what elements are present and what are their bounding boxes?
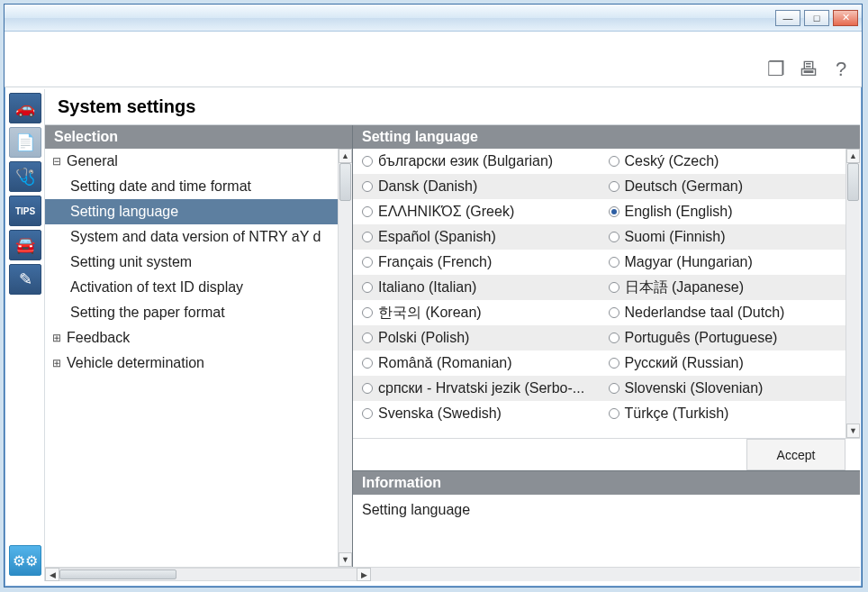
diag-icon[interactable]: 🩺 (9, 161, 41, 192)
language-scrollbar[interactable]: ▲ ▼ (845, 149, 860, 438)
scroll-thumb[interactable] (847, 163, 859, 201)
help-icon[interactable]: ? (831, 58, 851, 81)
tree-group[interactable]: ⊟General (45, 149, 338, 174)
language-option[interactable]: српски - Hrvatski jezik (Serbo-... (353, 376, 600, 401)
scroll-down-icon[interactable]: ▼ (339, 552, 352, 567)
language-row: Español (Spanish)Suomi (Finnish) (353, 224, 845, 250)
language-label: Deutsch (German) (625, 178, 744, 195)
settings-gear-button[interactable]: ⚙⚙ (9, 545, 41, 576)
scroll-thumb[interactable] (339, 163, 351, 201)
tree-item[interactable]: Setting date and time format (45, 174, 338, 199)
language-option[interactable]: Polski (Polish) (353, 325, 600, 351)
horizontal-scrollbar[interactable]: ◀ ▶ (45, 567, 860, 581)
radio-icon[interactable] (609, 307, 619, 318)
tree-item[interactable]: Setting the paper format (45, 300, 338, 325)
scroll-right-icon[interactable]: ▶ (357, 568, 371, 581)
window-maximize-button[interactable]: □ (804, 10, 829, 26)
radio-icon[interactable] (362, 408, 373, 419)
expand-icon[interactable]: ⊞ (50, 332, 63, 344)
scroll-down-icon[interactable]: ▼ (846, 424, 860, 438)
tree-group[interactable]: ⊞Vehicle determination (45, 351, 338, 376)
tree-group[interactable]: ⊞Feedback (45, 325, 338, 351)
scroll-up-icon[interactable]: ▲ (339, 149, 352, 163)
information-body: Setting language (353, 495, 860, 567)
radio-icon[interactable] (362, 332, 373, 343)
vehicle2-icon[interactable]: 🚘 (9, 230, 41, 260)
language-option[interactable]: Nederlandse taal (Dutch) (600, 300, 846, 325)
language-label: Ceský (Czech) (625, 153, 719, 169)
document-icon[interactable]: 📄 (9, 127, 41, 158)
print-icon[interactable]: 🖶 (799, 58, 818, 81)
language-option[interactable]: Slovenski (Slovenian) (600, 376, 846, 401)
language-option[interactable]: Magyar (Hungarian) (600, 250, 846, 275)
language-option[interactable]: Deutsch (German) (600, 174, 846, 199)
accept-button[interactable]: Accept (746, 439, 845, 470)
radio-icon[interactable] (609, 156, 619, 167)
language-option[interactable]: Italiano (Italian) (353, 275, 600, 300)
radio-icon[interactable] (609, 282, 619, 293)
radio-icon[interactable] (609, 408, 619, 419)
radio-icon[interactable] (362, 181, 373, 192)
radio-icon[interactable] (609, 358, 619, 369)
language-label: Svenska (Swedish) (378, 405, 502, 422)
window-minimize-button[interactable]: — (775, 10, 800, 26)
radio-icon[interactable] (362, 232, 373, 242)
language-option[interactable]: ΕΛΛΗΝΙΚΌΣ (Greek) (353, 199, 600, 224)
language-option[interactable]: Français (French) (353, 250, 600, 275)
tree-item-label: Setting the paper format (70, 305, 225, 321)
h-scroll-thumb[interactable] (59, 569, 176, 579)
language-row: Română (Romanian)Русский (Russian) (353, 351, 845, 376)
tree-item[interactable]: Activation of text ID display (45, 275, 338, 300)
radio-icon[interactable] (362, 383, 373, 394)
language-option[interactable]: Română (Romanian) (353, 351, 600, 376)
language-row: 한국의 (Korean)Nederlandse taal (Dutch) (353, 300, 845, 325)
tree-scrollbar[interactable]: ▲ ▼ (338, 149, 352, 567)
language-option[interactable]: 한국의 (Korean) (353, 300, 600, 325)
language-label: српски - Hrvatski jezik (Serbo-... (378, 380, 584, 396)
radio-icon[interactable] (362, 358, 373, 369)
window-titlebar: — □ ✕ (5, 5, 862, 32)
language-option[interactable]: Svenska (Swedish) (353, 401, 600, 426)
scroll-up-icon[interactable]: ▲ (846, 149, 860, 163)
language-option[interactable]: Русский (Russian) (600, 351, 846, 376)
language-label: Türkçe (Turkish) (625, 405, 729, 422)
scroll-left-icon[interactable]: ◀ (45, 568, 59, 581)
language-option[interactable]: Dansk (Danish) (353, 174, 600, 199)
radio-icon[interactable] (609, 332, 619, 343)
vehicle-icon[interactable]: 🚗 (9, 93, 41, 123)
language-option[interactable]: Suomi (Finnish) (600, 224, 846, 250)
tree-item[interactable]: System and data version of NTRY aY d (45, 224, 338, 250)
pen-icon[interactable]: ✎ (9, 264, 41, 295)
language-option[interactable]: English (English) (600, 199, 846, 224)
tree-item[interactable]: Setting language (45, 199, 338, 224)
content-area: 🚗📄🩺TIPS🚘✎ ⚙⚙ System settings Selection ⊟… (6, 89, 860, 581)
top-toolbar: ❐ 🖶 ? (5, 32, 862, 87)
language-option[interactable]: Português (Portuguese) (600, 325, 846, 351)
radio-icon[interactable] (362, 257, 373, 268)
tips-icon[interactable]: TIPS (9, 196, 41, 226)
language-option[interactable]: Türkçe (Turkish) (600, 401, 846, 426)
language-option[interactable]: 日本語 (Japanese) (600, 275, 846, 300)
radio-icon[interactable] (609, 206, 619, 217)
language-label: Dansk (Danish) (378, 178, 477, 195)
radio-icon[interactable] (609, 257, 619, 268)
radio-icon[interactable] (609, 181, 619, 192)
tree-group-label: Vehicle determination (67, 355, 204, 371)
window-close-button[interactable]: ✕ (833, 10, 858, 26)
language-option[interactable]: български език (Bulgarian) (353, 149, 600, 174)
expand-icon[interactable]: ⊞ (50, 357, 63, 369)
radio-icon[interactable] (609, 232, 619, 242)
tree-item[interactable]: Setting unit system (45, 250, 338, 275)
radio-icon[interactable] (362, 307, 373, 318)
language-row: Svenska (Swedish)Türkçe (Turkish) (353, 401, 845, 426)
radio-icon[interactable] (362, 206, 373, 217)
language-row: български език (Bulgarian)Ceský (Czech) (353, 149, 845, 174)
copy-icon[interactable]: ❐ (766, 58, 786, 81)
radio-icon[interactable] (362, 156, 373, 167)
radio-icon[interactable] (609, 383, 619, 394)
collapse-icon[interactable]: ⊟ (50, 155, 63, 168)
tree-item-label: Activation of text ID display (70, 279, 243, 296)
language-option[interactable]: Ceský (Czech) (600, 149, 846, 174)
radio-icon[interactable] (362, 282, 373, 293)
language-option[interactable]: Español (Spanish) (353, 224, 600, 250)
